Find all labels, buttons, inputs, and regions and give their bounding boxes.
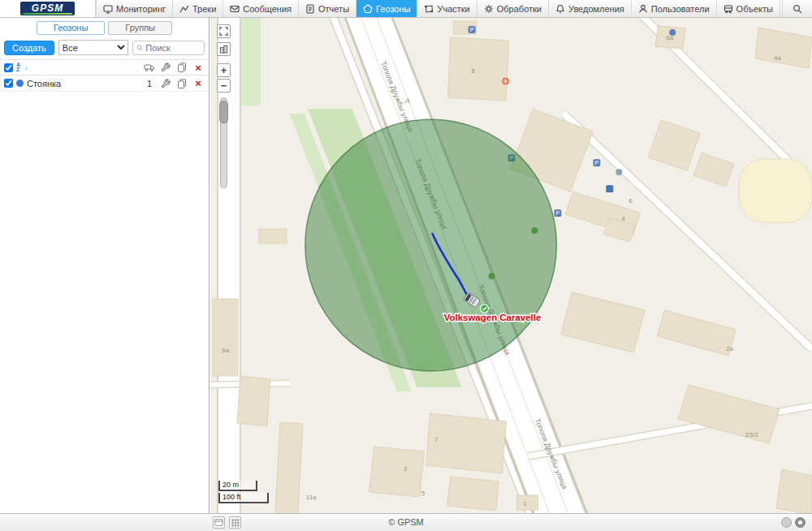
building-label: 4а bbox=[774, 54, 781, 62]
nav-item-processing[interactable]: Обработки bbox=[477, 0, 549, 17]
building-label: 8 bbox=[472, 67, 476, 75]
nav-item-geofences[interactable]: Геозоны bbox=[356, 0, 417, 17]
nav-item-notifications[interactable]: Уведомления bbox=[549, 0, 632, 17]
sort-z: Z bbox=[16, 67, 20, 72]
edit-all-button[interactable] bbox=[159, 63, 172, 72]
main-menu: Мониторинг Треки Сообщения Отчеты Геозон… bbox=[96, 0, 812, 17]
nav-item-monitoring[interactable]: Мониторинг bbox=[96, 0, 173, 17]
nav-label: Мониторинг bbox=[116, 4, 166, 14]
nav-item-objects[interactable]: Объекты bbox=[717, 0, 780, 17]
geofence-circle-stoyanka[interactable] bbox=[305, 119, 557, 371]
geofences-sidebar: Геозоны Группы Создать Все A Z ↓ × bbox=[0, 18, 209, 513]
footer-circle-button[interactable] bbox=[781, 517, 792, 528]
nav-label: Уведомления bbox=[568, 4, 624, 14]
fullscreen-icon bbox=[219, 27, 228, 36]
delete-icon: × bbox=[195, 63, 201, 73]
sort-az-button[interactable]: A Z bbox=[16, 63, 20, 72]
vehicle-icon bbox=[723, 4, 733, 14]
monitor-icon bbox=[103, 4, 113, 14]
geofence-filter-select[interactable]: Все bbox=[58, 40, 128, 55]
geofence-color-dot bbox=[16, 80, 24, 87]
tab-geofences[interactable]: Геозоны bbox=[37, 21, 105, 35]
status-bar: © GPSM bbox=[0, 513, 812, 531]
row-checkbox[interactable] bbox=[4, 79, 13, 88]
nav-item-reports[interactable]: Отчеты bbox=[299, 0, 356, 17]
nav-label: Геозоны bbox=[376, 4, 410, 14]
geofence-row-stoyanka[interactable]: Стоянка 1 × bbox=[0, 76, 209, 92]
map-scale-bar: 20 m 100 ft bbox=[218, 481, 269, 503]
building-label: 2а bbox=[726, 345, 733, 352]
copyright-text: © GPSM bbox=[0, 517, 812, 527]
areas-icon bbox=[424, 4, 434, 14]
geofences-icon bbox=[363, 4, 373, 14]
building-label: 5 bbox=[421, 490, 425, 497]
delete-geofence-button[interactable]: × bbox=[192, 78, 205, 88]
footer-right-tools bbox=[781, 517, 806, 528]
copy-all-button[interactable] bbox=[175, 63, 188, 72]
sidebar-tabs: Геозоны Группы bbox=[0, 18, 209, 37]
tab-groups[interactable]: Группы bbox=[108, 21, 172, 35]
nav-label: Обработки bbox=[497, 4, 542, 14]
geofence-list-header: A Z ↓ × bbox=[0, 59, 209, 76]
poi-icon bbox=[669, 29, 676, 36]
create-geofence-button[interactable]: Создать bbox=[4, 41, 54, 55]
geofence-search-box[interactable] bbox=[132, 41, 205, 55]
wrench-icon bbox=[161, 63, 171, 72]
bell-icon bbox=[555, 4, 565, 14]
show-objects-column-button[interactable] bbox=[143, 63, 156, 72]
truck-icon bbox=[144, 63, 155, 72]
vehicle-status-dot bbox=[481, 304, 489, 313]
svg-text:P: P bbox=[556, 210, 560, 216]
nav-label: Объекты bbox=[736, 4, 773, 14]
zoom-out-button[interactable]: − bbox=[217, 79, 231, 93]
map-canvas[interactable]: 8 6а 4а 6 4 2а 23/2 7 5 3 1 9а 11а P P P… bbox=[210, 18, 812, 513]
messages-icon bbox=[230, 4, 240, 14]
museum-icon bbox=[606, 185, 613, 192]
svg-text:P: P bbox=[470, 27, 474, 32]
geofence-search-input[interactable] bbox=[145, 43, 201, 53]
fullscreen-button[interactable] bbox=[217, 24, 231, 38]
scale-imperial: 100 ft bbox=[218, 493, 269, 503]
zoom-in-button[interactable]: + bbox=[217, 63, 231, 77]
global-search-button[interactable] bbox=[782, 0, 812, 17]
parking-icon: P bbox=[469, 26, 476, 33]
building-label: 23/2 bbox=[745, 431, 758, 438]
gear-icon bbox=[484, 4, 494, 14]
top-navigation-bar: GPSM Мониторинг Треки Сообщения Отчеты Г… bbox=[0, 0, 812, 18]
buildings-icon bbox=[219, 45, 228, 54]
buildings-layer-button[interactable] bbox=[217, 42, 231, 56]
zoom-slider-handle[interactable] bbox=[219, 101, 228, 123]
search-icon bbox=[136, 44, 144, 52]
svg-text:P: P bbox=[595, 160, 599, 166]
parking-icon: P bbox=[554, 209, 561, 217]
vehicle-name-label: Volkswagen Caravelle bbox=[444, 313, 542, 322]
delete-all-button[interactable]: × bbox=[192, 63, 205, 73]
delete-icon: × bbox=[195, 78, 201, 88]
building-label: 4 bbox=[621, 215, 625, 222]
nav-label: Отчеты bbox=[318, 4, 349, 14]
copy-icon bbox=[177, 63, 187, 72]
nav-item-areas[interactable]: Участки bbox=[417, 0, 477, 17]
user-icon bbox=[638, 4, 648, 14]
poi-icon bbox=[615, 169, 622, 175]
parking-icon: P bbox=[593, 159, 600, 166]
nav-label: Сообщения bbox=[243, 4, 292, 14]
nav-item-messages[interactable]: Сообщения bbox=[223, 0, 299, 17]
sidebar-controls: Создать Все bbox=[0, 37, 209, 59]
search-icon bbox=[793, 4, 802, 14]
zoom-slider[interactable] bbox=[220, 97, 227, 188]
map-container[interactable]: 8 6а 4а 6 4 2а 23/2 7 5 3 1 9а 11а P P P… bbox=[210, 18, 812, 513]
sort-arrow-icon: ↓ bbox=[24, 64, 28, 71]
nav-item-users[interactable]: Пользователи bbox=[632, 0, 717, 17]
bus-stop-label: А bbox=[404, 97, 410, 105]
building-label: 9а bbox=[222, 347, 229, 354]
logo-container: GPSM bbox=[0, 0, 96, 17]
scale-metric: 20 m bbox=[218, 481, 257, 491]
copy-geofence-button[interactable] bbox=[175, 79, 188, 88]
nav-item-tracks[interactable]: Треки bbox=[173, 0, 223, 17]
footer-info-button[interactable] bbox=[795, 517, 806, 528]
edit-geofence-button[interactable] bbox=[159, 79, 172, 88]
building-label: 7 bbox=[434, 436, 438, 443]
select-all-checkbox[interactable] bbox=[4, 63, 13, 72]
gpsm-logo: GPSM bbox=[20, 2, 75, 15]
